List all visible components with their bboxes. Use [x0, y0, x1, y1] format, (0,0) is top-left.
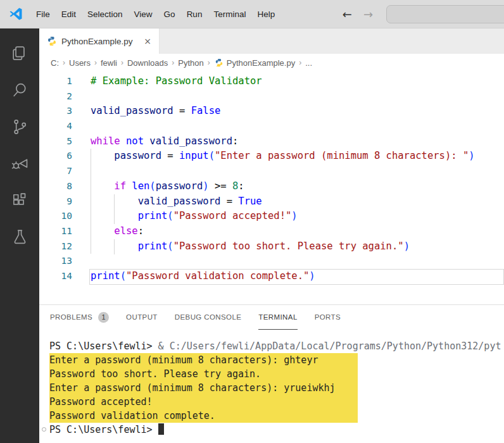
code-line[interactable]: 1# Example: Password Validator: [39, 74, 504, 89]
code-text: valid_password = False: [91, 104, 220, 119]
line-number: 6: [39, 149, 81, 164]
code-token: False: [191, 105, 221, 116]
menu-terminal[interactable]: Terminal: [208, 0, 251, 28]
title-bar: FileEditSelectionViewGoRunTerminalHelp ←…: [0, 0, 504, 28]
panel-tab-ports[interactable]: PORTS: [315, 305, 341, 330]
line-number: 9: [39, 194, 81, 209]
code-line[interactable]: 7: [39, 164, 504, 179]
menu-run[interactable]: Run: [181, 0, 208, 28]
panel-tab-output[interactable]: OUTPUT: [126, 305, 158, 330]
breadcrumb-trailing[interactable]: ...: [305, 58, 313, 68]
indent-guide: [91, 149, 91, 254]
line-number: 11: [39, 224, 81, 239]
code-text: print("Password too short. Please try ag…: [91, 239, 410, 254]
code-token: if: [114, 180, 126, 192]
back-arrow-icon[interactable]: ←: [337, 8, 358, 21]
code-token: ): [404, 240, 410, 252]
breadcrumb-segment[interactable]: C:: [50, 58, 60, 68]
vscode-logo-icon: [8, 6, 23, 22]
code-line[interactable]: 2: [39, 89, 504, 104]
code-line[interactable]: 10 print("Password accepted!"): [39, 209, 504, 224]
terminal[interactable]: PS C:\Users\fewli> & C:/Users/fewli/AppD…: [39, 330, 504, 443]
line-number: 7: [39, 164, 81, 179]
panel-tab-terminal[interactable]: TERMINAL: [258, 305, 297, 330]
code-line[interactable]: 8 if len(password) >= 8:: [39, 179, 504, 194]
code-token: [91, 150, 114, 161]
terminal-text: Enter a password (minimum 8 characters):…: [49, 382, 336, 394]
panel-tab-problems[interactable]: PROBLEMS1: [50, 305, 109, 330]
code-token: "Password too short. Please try again.": [173, 240, 404, 252]
terminal-text: Password accepted!: [49, 396, 153, 408]
terminal-text: PS C:\Users\fewli>: [49, 340, 158, 352]
current-line-highlight: [89, 269, 504, 285]
breadcrumb-segment[interactable]: Python: [177, 58, 204, 68]
code-line[interactable]: 3valid_password = False: [39, 104, 504, 119]
code-token: password: [114, 150, 161, 161]
code-text: while not valid_password:: [91, 134, 238, 149]
explorer-icon[interactable]: [0, 35, 39, 72]
code-token: (: [167, 210, 173, 222]
tab-pythonexample[interactable]: PythonExample.py ×: [39, 28, 160, 54]
panel-tab-debug-console[interactable]: DEBUG CONSOLE: [175, 305, 242, 330]
breadcrumb-separator: ›: [168, 58, 177, 67]
forward-arrow-icon[interactable]: →: [358, 8, 379, 21]
breadcrumb-segment[interactable]: Users: [68, 58, 91, 68]
breadcrumb-segment[interactable]: fewli: [100, 58, 118, 68]
python-file-icon: [47, 36, 57, 46]
code-editor[interactable]: 1# Example: Password Validator23valid_pa…: [39, 72, 504, 304]
problems-count-badge: 1: [98, 312, 109, 323]
line-number: 5: [39, 134, 81, 149]
command-decoration-icon: [42, 427, 46, 432]
breadcrumb-separator: ›: [118, 58, 127, 67]
menu-edit[interactable]: Edit: [56, 0, 82, 28]
menu-view[interactable]: View: [129, 0, 158, 28]
python-file-icon: [215, 58, 224, 67]
breadcrumb-segment[interactable]: Downloads: [127, 58, 168, 68]
code-line[interactable]: 13: [39, 254, 504, 269]
activity-bar: [0, 28, 39, 443]
search-icon[interactable]: [0, 72, 39, 108]
code-token: ): [469, 150, 474, 161]
line-number: 2: [39, 89, 81, 104]
code-token: :: [138, 225, 144, 237]
terminal-text: & C:/Users/fewli/AppData/Local/Programs/…: [158, 340, 501, 352]
code-line[interactable]: 11 else:: [39, 224, 504, 239]
terminal-line: PS C:\Users\fewli> & C:/Users/fewli/AppD…: [49, 339, 504, 353]
code-text: # Example: Password Validator: [91, 74, 262, 89]
menu-bar: FileEditSelectionViewGoRunTerminalHelp: [30, 0, 280, 28]
source-control-icon[interactable]: [0, 108, 39, 145]
testing-icon[interactable]: [0, 218, 39, 255]
code-line[interactable]: 9 valid_password = True: [39, 194, 504, 209]
breadcrumb-file[interactable]: PythonExample.py: [226, 58, 296, 68]
line-number: 12: [39, 239, 81, 254]
menu-help[interactable]: Help: [251, 0, 280, 28]
code-line[interactable]: 5while not valid_password:: [39, 134, 504, 149]
breadcrumb-separator: ›: [205, 58, 213, 67]
code-token: =: [161, 150, 179, 161]
terminal-text: Password validation complete.: [49, 410, 215, 421]
command-search-input[interactable]: [386, 5, 504, 23]
tab-close-icon[interactable]: ×: [144, 36, 151, 46]
extensions-icon[interactable]: [0, 182, 39, 218]
line-number: 8: [39, 179, 81, 194]
code-token: else: [114, 225, 137, 237]
code-text: password = input("Enter a password (mini…: [91, 149, 475, 164]
menu-go[interactable]: Go: [158, 0, 181, 28]
menu-selection[interactable]: Selection: [82, 0, 129, 28]
code-token: print: [138, 240, 168, 252]
code-token: :: [238, 180, 244, 192]
line-number: 10: [39, 209, 81, 224]
code-token: [120, 135, 126, 147]
vscode-window: FileEditSelectionViewGoRunTerminalHelp ←…: [0, 0, 504, 443]
breadcrumb-separator: ›: [91, 58, 100, 67]
line-number: 13: [39, 254, 81, 269]
run-debug-icon[interactable]: [0, 145, 39, 182]
panel-tab-label: DEBUG CONSOLE: [175, 313, 242, 321]
code-token: not: [126, 135, 144, 147]
code-line[interactable]: 6 password = input("Enter a password (mi…: [39, 149, 504, 164]
code-line[interactable]: 4: [39, 119, 504, 134]
code-line[interactable]: 12 print("Password too short. Please try…: [39, 239, 504, 254]
menu-file[interactable]: File: [30, 0, 56, 28]
terminal-line: PS C:\Users\fewli>: [49, 423, 504, 437]
code-token: =: [220, 196, 238, 207]
